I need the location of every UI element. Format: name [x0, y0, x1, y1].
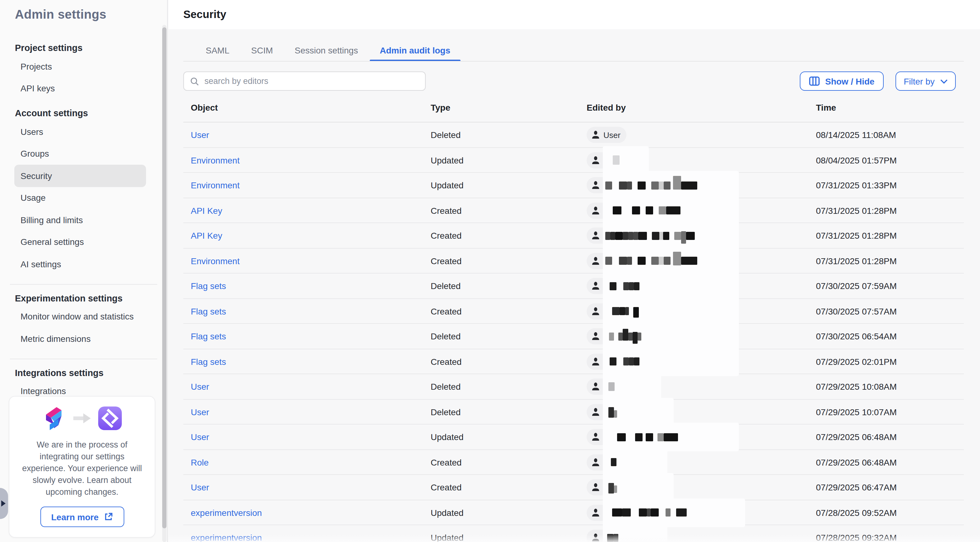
column-header-time: Time: [816, 102, 836, 113]
object-link-api-key[interactable]: API Key: [191, 231, 222, 241]
sidebar-item-api-keys[interactable]: API keys: [14, 77, 146, 99]
person-icon: [592, 206, 600, 215]
harness-logo-icon: [97, 406, 123, 431]
person-icon: [592, 509, 600, 517]
person-icon: [592, 156, 600, 165]
sidebar-item-users[interactable]: Users: [14, 121, 146, 143]
time-cell: 07/29/2025 02:01PM: [816, 357, 897, 367]
object-link-experimentversion[interactable]: experimentversion: [191, 508, 262, 518]
sidebar-scrollbar-thumb[interactable]: [162, 27, 167, 528]
time-cell: 07/31/2025 01:28PM: [816, 256, 897, 266]
time-cell: 07/31/2025 01:28PM: [816, 231, 897, 241]
sidebar-item-monitor-window-and-statistics[interactable]: Monitor window and statistics: [14, 306, 146, 328]
object-link-user[interactable]: User: [191, 407, 209, 417]
arrow-right-icon: [73, 413, 91, 424]
object-link-environment[interactable]: Environment: [191, 256, 240, 266]
object-link-experimentversion[interactable]: experimentversion: [191, 533, 262, 542]
object-link-flag-sets[interactable]: Flag sets: [191, 332, 226, 341]
sidebar-item-billing-and-limits[interactable]: Billing and limits: [14, 209, 146, 231]
type-cell: Updated: [431, 155, 464, 165]
person-icon: [592, 357, 600, 366]
search-input[interactable]: [203, 76, 419, 86]
sidebar-item-groups[interactable]: Groups: [14, 143, 146, 165]
main-content: Security SAMLSCIMSession settingsAdmin a…: [169, 0, 980, 542]
table-row: Flag setsCreated07/30/2025 07:57AM: [183, 299, 964, 324]
object-link-flag-sets[interactable]: Flag sets: [191, 281, 226, 291]
table-body: UserDeletedUser08/14/2025 11:08AMEnviron…: [183, 123, 964, 542]
sidebar-divider: [10, 284, 157, 284]
sidebar: Admin settings Project settingsProjectsA…: [0, 0, 168, 542]
show-hide-button[interactable]: Show / Hide: [800, 72, 884, 91]
object-link-user[interactable]: User: [191, 432, 209, 442]
person-icon: [592, 332, 600, 341]
object-link-flag-sets[interactable]: Flag sets: [191, 357, 226, 367]
object-link-user[interactable]: User: [191, 130, 209, 140]
person-icon: [592, 433, 600, 442]
sidebar-item-ai-settings[interactable]: AI settings: [14, 253, 146, 275]
object-link-role[interactable]: Role: [191, 458, 209, 467]
sidebar-section-header-account-settings: Account settings: [0, 106, 167, 121]
redacted-editor-name: [605, 248, 697, 274]
object-link-environment[interactable]: Environment: [191, 155, 240, 165]
tab-session-settings[interactable]: Session settings: [285, 40, 368, 60]
person-icon: [592, 534, 600, 542]
table-row: EnvironmentCreated07/31/2025 01:28PM: [183, 248, 964, 274]
table-row: API KeyCreated07/31/2025 01:28PM: [183, 198, 964, 223]
object-link-user[interactable]: User: [191, 483, 209, 493]
type-cell: Updated: [431, 533, 464, 542]
sidebar-scrollbar[interactable]: [162, 25, 167, 542]
learn-more-label: Learn more: [51, 512, 99, 522]
sidebar-item-general-settings[interactable]: General settings: [14, 231, 146, 253]
time-cell: 07/28/2025 09:52AM: [816, 508, 897, 518]
toolbar: Show / Hide Filter by: [183, 72, 956, 91]
time-cell: 07/31/2025 01:33PM: [816, 180, 897, 191]
type-cell: Deleted: [431, 281, 461, 291]
sidebar-item-metric-dimensions[interactable]: Metric dimensions: [14, 328, 146, 350]
type-cell: Updated: [431, 432, 464, 442]
tab-scim[interactable]: SCIM: [241, 40, 283, 60]
app-window: Admin settings Project settingsProjectsA…: [0, 0, 980, 542]
tab-divider: [183, 61, 964, 62]
object-link-user[interactable]: User: [191, 382, 209, 392]
learn-more-button[interactable]: Learn more: [40, 507, 124, 527]
redacted-editor-name: [605, 173, 697, 198]
person-icon: [592, 131, 600, 140]
redacted-editor-name: [605, 223, 695, 248]
person-icon: [592, 483, 600, 492]
editor-pill: User: [587, 127, 627, 143]
sidebar-section-header-integrations-settings: Integrations settings: [0, 365, 167, 380]
object-link-api-key[interactable]: API Key: [191, 206, 222, 216]
promo-text: We are in the process of integrating our…: [18, 439, 146, 498]
sidebar-item-projects[interactable]: Projects: [14, 55, 146, 77]
person-icon: [592, 458, 600, 467]
sidebar-item-security[interactable]: Security: [14, 165, 146, 187]
redacted-editor-name: [605, 299, 639, 324]
type-cell: Created: [431, 206, 462, 216]
time-cell: 07/29/2025 10:08AM: [816, 382, 897, 392]
time-cell: 07/30/2025 07:59AM: [816, 281, 897, 291]
table-row: Flag setsDeleted07/30/2025 06:54AM: [183, 324, 964, 349]
filter-by-button[interactable]: Filter by: [896, 72, 956, 91]
sidebar-sections: Project settingsProjectsAPI keysAccount …: [0, 26, 167, 402]
time-cell: 07/29/2025 06:48AM: [816, 432, 897, 442]
person-icon: [592, 181, 600, 190]
object-link-flag-sets[interactable]: Flag sets: [191, 306, 226, 316]
table-row: RoleCreated07/29/2025 06:48AM: [183, 450, 964, 475]
redacted-editor-name: [605, 525, 618, 542]
redacted-editor-name: [605, 475, 617, 500]
tab-saml[interactable]: SAML: [196, 40, 239, 60]
object-link-environment[interactable]: Environment: [191, 180, 240, 191]
table-row: EnvironmentUpdated07/31/2025 01:33PM: [183, 173, 964, 198]
table-row: UserUpdated07/29/2025 06:48AM: [183, 424, 964, 450]
page-title: Security: [183, 8, 226, 21]
panel-expand-handle[interactable]: [0, 488, 8, 519]
tab-admin-audit-logs[interactable]: Admin audit logs: [370, 40, 460, 60]
table-row: UserDeleted07/29/2025 10:08AM: [183, 374, 964, 399]
type-cell: Deleted: [431, 130, 461, 140]
play-arrow-icon: [1, 501, 6, 507]
person-icon: [592, 408, 600, 416]
sidebar-item-usage[interactable]: Usage: [14, 187, 146, 209]
table-row: EnvironmentUpdated08/04/2025 01:57PM: [183, 148, 964, 173]
search-icon: [190, 77, 199, 86]
search-box[interactable]: [183, 72, 426, 91]
